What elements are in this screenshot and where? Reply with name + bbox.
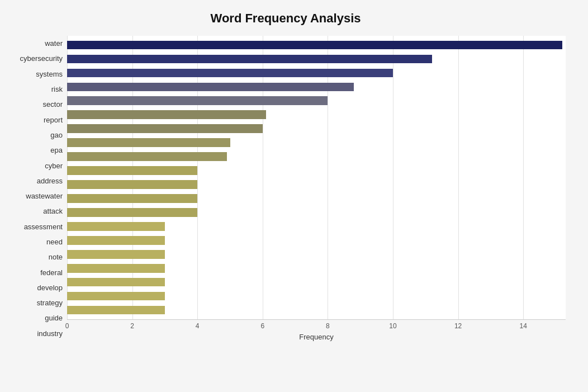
- bar: [67, 306, 165, 315]
- bar: [67, 292, 165, 301]
- x-tick-label: 4: [196, 322, 200, 330]
- y-label: cybersecurity: [6, 55, 63, 62]
- bar: [67, 278, 165, 287]
- y-label: industry: [6, 330, 63, 337]
- bar-row: [67, 94, 566, 108]
- bar-row: [67, 303, 566, 317]
- bar: [67, 55, 432, 64]
- bar: [67, 166, 197, 175]
- x-tick-label: 8: [326, 322, 330, 330]
- chart-container: Word Frequency Analysis watercybersecuri…: [0, 0, 588, 392]
- bar-row: [67, 247, 566, 261]
- y-label: wastewater: [6, 192, 63, 200]
- bar-row: [67, 52, 566, 66]
- y-label: gao: [6, 131, 63, 139]
- y-label: cyber: [6, 162, 63, 169]
- bar: [67, 180, 197, 189]
- y-label: strategy: [6, 299, 63, 306]
- bar: [67, 194, 197, 203]
- bar: [67, 264, 165, 273]
- bar-row: [67, 261, 566, 275]
- chart-title: Word Frequency Analysis: [6, 11, 566, 26]
- x-tick-label: 14: [520, 322, 527, 330]
- x-axis-label: Frequency: [67, 333, 566, 341]
- y-label: attack: [6, 207, 63, 215]
- y-label: address: [6, 177, 63, 185]
- y-label: risk: [6, 86, 63, 93]
- bar: [67, 41, 562, 50]
- bar-row: [67, 233, 566, 247]
- bar-row: [67, 150, 566, 164]
- x-axis-ticks: 02468101214: [67, 319, 566, 332]
- bar-row: [67, 219, 566, 233]
- bar-row: [67, 108, 566, 122]
- bar: [67, 124, 263, 133]
- y-label: report: [6, 116, 63, 124]
- bar: [67, 236, 165, 245]
- bar: [67, 152, 227, 161]
- x-tick-label: 10: [389, 322, 396, 330]
- y-label: federal: [6, 269, 63, 276]
- x-tick-label: 2: [130, 322, 134, 330]
- x-tick-label: 0: [65, 322, 69, 330]
- bar-row: [67, 164, 566, 178]
- bars-container: [67, 36, 566, 319]
- bar-row: [67, 191, 566, 205]
- y-axis-labels: watercybersecuritysystemsrisksectorrepor…: [6, 36, 67, 341]
- y-label: develop: [6, 284, 63, 291]
- y-label: need: [6, 238, 63, 245]
- bar: [67, 138, 230, 147]
- bar: [67, 96, 328, 105]
- y-label: water: [6, 40, 63, 47]
- bar-row: [67, 205, 566, 219]
- y-label: sector: [6, 101, 63, 108]
- bar-row: [67, 136, 566, 150]
- x-tick-label: 12: [454, 322, 462, 330]
- y-label: note: [6, 253, 63, 261]
- bar-row: [67, 122, 566, 136]
- bar: [67, 69, 393, 78]
- bar: [67, 208, 197, 217]
- bar: [67, 222, 165, 231]
- y-label: systems: [6, 70, 63, 78]
- x-tick-label: 6: [260, 322, 264, 330]
- bar: [67, 250, 165, 259]
- bar-row: [67, 80, 566, 94]
- chart-plot-area: [67, 36, 566, 319]
- bar: [67, 110, 266, 119]
- bar-row: [67, 38, 566, 52]
- bar-row: [67, 178, 566, 192]
- y-label: epa: [6, 147, 63, 154]
- y-label: guide: [6, 314, 63, 322]
- y-label: assessment: [6, 223, 63, 230]
- bar-row: [67, 275, 566, 289]
- bar: [67, 83, 354, 92]
- bar-row: [67, 289, 566, 303]
- bar-row: [67, 66, 566, 80]
